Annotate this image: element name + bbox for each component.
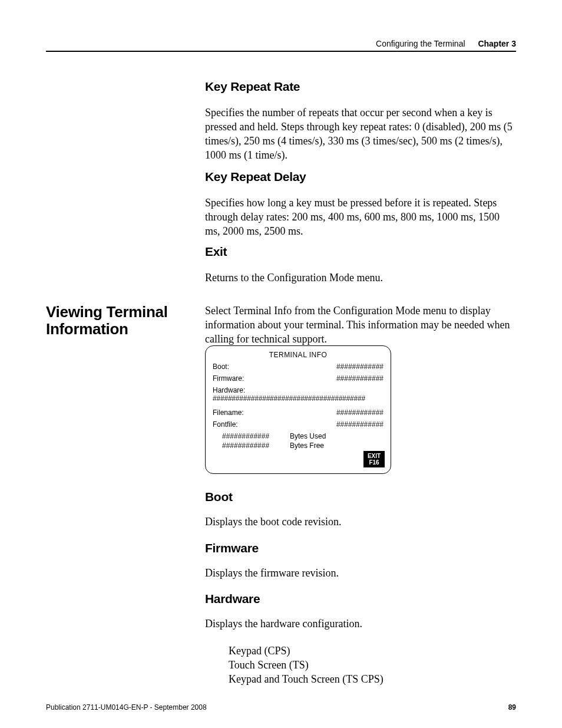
value-boot: ############: [336, 363, 384, 371]
body-exit: Returns to the Configuration Mode menu.: [205, 271, 516, 285]
exit-button-line1: EXIT: [363, 453, 385, 459]
section-key-repeat-rate: Key Repeat Rate Specifies the number of …: [205, 80, 516, 162]
hw-list-item: Touch Screen (TS): [229, 658, 516, 672]
terminal-info-title: TERMINAL INFO: [213, 351, 384, 359]
terminal-info-row-firmware: Firmware: ############: [213, 374, 384, 383]
body-key-repeat-delay: Specifies how long a key must be pressed…: [205, 196, 516, 238]
heading-key-repeat-delay: Key Repeat Delay: [205, 170, 516, 184]
footer-page-number: 89: [508, 703, 516, 711]
footer-publication: Publication 2711-UM014G-EN-P - September…: [46, 703, 207, 711]
terminal-info-row-hardware: Hardware: ##############################…: [213, 386, 384, 403]
label-bytes-used: Bytes Used: [290, 432, 326, 442]
label-boot: Boot:: [213, 363, 229, 371]
exit-button-line2: F16: [363, 459, 385, 466]
hardware-config-list: Keypad (CPS) Touch Screen (TS) Keypad an…: [229, 644, 516, 686]
terminal-info-panel: TERMINAL INFO Boot: ############ Firmwar…: [205, 345, 391, 474]
value-fontfile: ############: [336, 420, 384, 429]
hw-list-item: Keypad (CPS): [229, 644, 516, 658]
heading-key-repeat-rate: Key Repeat Rate: [205, 80, 516, 94]
section-key-repeat-delay: Key Repeat Delay Specifies how long a ke…: [205, 170, 516, 238]
label-firmware: Firmware:: [213, 374, 244, 383]
value-firmware: ############: [336, 374, 384, 383]
section-hardware: Hardware Displays the hardware configura…: [205, 592, 516, 686]
heading-exit: Exit: [205, 245, 516, 259]
exit-f16-button[interactable]: EXIT F16: [363, 451, 385, 467]
section-exit: Exit Returns to the Configuration Mode m…: [205, 245, 516, 285]
body-intro: Select Terminal Info from the Configurat…: [205, 304, 516, 346]
heading-boot: Boot: [205, 490, 516, 504]
heading-hardware: Hardware: [205, 592, 516, 606]
header-rule: [46, 51, 516, 52]
header-chapter-label: Chapter 3: [478, 39, 516, 48]
body-firmware: Displays the firmware revision.: [205, 566, 516, 580]
value-bytes-used-hash: ############: [222, 432, 290, 442]
body-key-repeat-rate: Specifies the number of repeats that occ…: [205, 106, 516, 162]
body-boot: Displays the boot code revision.: [205, 515, 516, 529]
header-section-title: Configuring the Terminal: [376, 39, 465, 48]
footer: Publication 2711-UM014G-EN-P - September…: [46, 703, 516, 711]
terminal-info-row-fontfile: Fontfile: ############: [213, 420, 384, 429]
section-firmware: Firmware Displays the firmware revision.: [205, 541, 516, 580]
hw-list-item: Keypad and Touch Screen (TS CPS): [229, 672, 516, 686]
terminal-info-row-boot: Boot: ############: [213, 363, 384, 371]
sidebar-heading: Viewing Terminal Information: [46, 304, 193, 337]
label-filename: Filename:: [213, 409, 244, 417]
running-header: Configuring the Terminal Chapter 3: [376, 39, 516, 48]
value-bytes-free-hash: ############: [222, 442, 290, 451]
section-boot: Boot Displays the boot code revision.: [205, 490, 516, 529]
label-fontfile: Fontfile:: [213, 420, 238, 429]
terminal-info-bytes: ############ ############ Bytes Used Byt…: [213, 432, 384, 450]
body-hardware: Displays the hardware configuration.: [205, 617, 516, 631]
section-viewing-terminal-info-intro: Select Terminal Info from the Configurat…: [205, 304, 516, 346]
label-bytes-free: Bytes Free: [290, 442, 326, 451]
value-hardware-hashes: ########################################: [213, 394, 384, 403]
heading-firmware: Firmware: [205, 541, 516, 555]
value-filename: ############: [336, 409, 384, 417]
terminal-info-row-filename: Filename: ############: [213, 409, 384, 417]
label-hardware: Hardware:: [213, 386, 245, 394]
